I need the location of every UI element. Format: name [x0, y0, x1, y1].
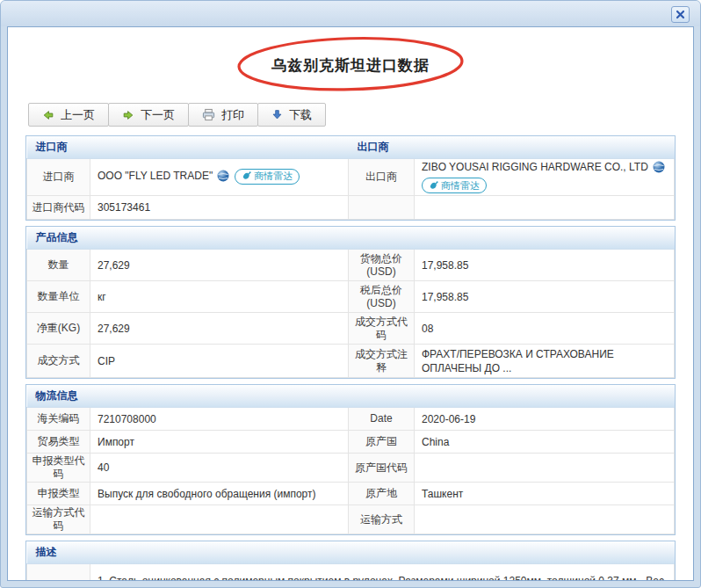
value-transport-code: [90, 505, 349, 534]
table-row: 数量单位 кг 税后总价(USD) 17,958.85: [27, 281, 675, 313]
label-origin-country-code: 原产国代码: [349, 454, 415, 483]
value-incoterm-code: 08: [415, 313, 675, 345]
printer-icon: [202, 108, 215, 121]
prev-arrow-icon: [42, 109, 54, 121]
label-declaration-type: 申报类型: [27, 483, 90, 505]
label-empty: [349, 196, 415, 220]
page-title: 乌兹别克斯坦进口数据: [271, 55, 430, 76]
label-incoterm-code: 成交方式代码: [349, 313, 415, 345]
table-row: 进口商 OOO "FLY LED TRADE"商情雷达 出口商 ZIBO YOU…: [27, 159, 675, 196]
toolbar: 上一页 下一页 打印 下载: [28, 103, 693, 127]
value-declaration-code: 40: [90, 454, 349, 483]
label-product-description: 产品描述: [27, 564, 90, 581]
label-importer-code: 进口商代码: [27, 196, 90, 220]
value-quantity: 27,629: [90, 250, 349, 281]
value-date: 2020-06-19: [415, 408, 675, 431]
business-radar-badge[interactable]: 商情雷达: [235, 169, 300, 185]
table-row: 申报类型代码 40 原产国代码: [27, 454, 675, 483]
label-quantity-unit: 数量单位: [27, 281, 90, 313]
satellite-dish-icon: [242, 171, 251, 181]
business-radar-label: 商情雷达: [254, 170, 293, 183]
prev-page-button[interactable]: 上一页: [28, 103, 109, 127]
section-header-exporter: 出口商: [349, 136, 675, 159]
value-quantity-unit: кг: [90, 281, 349, 313]
value-importer-name-cell: OOO "FLY LED TRADE"商情雷达: [90, 159, 349, 196]
print-button[interactable]: 打印: [188, 103, 258, 127]
label-after-tax-usd: 税后总价(USD): [349, 281, 415, 313]
satellite-dish-icon: [429, 181, 438, 191]
value-incoterm: CIP: [90, 345, 349, 378]
close-button[interactable]: [671, 6, 690, 23]
section-header-description: 描述: [27, 541, 675, 564]
section-header-importer: 进口商: [27, 136, 349, 159]
value-importer-code: 305173461: [90, 196, 349, 220]
globe-icon[interactable]: [653, 161, 665, 177]
label-total-value-usd: 货物总价(USD): [349, 250, 415, 281]
value-origin-country: China: [415, 431, 675, 454]
label-importer: 进口商: [27, 159, 90, 196]
label-exporter: 出口商: [349, 159, 415, 196]
label-origin-place: 原产地: [349, 483, 415, 505]
dialog-window: 乌兹别克斯坦进口数据 上一页 下一页 打印: [0, 0, 701, 588]
download-label: 下载: [289, 107, 312, 123]
prev-page-label: 上一页: [61, 107, 95, 123]
value-transport: [415, 505, 675, 534]
title-area: 乌兹别克斯坦进口数据: [8, 27, 693, 103]
label-date: Date: [349, 408, 415, 431]
section-description: 描述 产品描述 1. Сталь оцинкованная с полимерн…: [25, 541, 676, 581]
next-page-button[interactable]: 下一页: [108, 103, 189, 127]
label-hs-code: 海关编码: [27, 408, 90, 431]
section-logistics-info: 物流信息 海关编码 7210708000 Date 2020-06-19 贸易类…: [25, 384, 676, 535]
table-row: 申报类型 Выпуск для свободного обращения (им…: [27, 483, 675, 505]
label-quantity: 数量: [27, 250, 90, 281]
table-row: 产品描述 1. Сталь оцинкованная с полимерным …: [27, 564, 675, 581]
importer-name: OOO "FLY LED TRADE": [98, 170, 213, 182]
next-page-label: 下一页: [141, 107, 175, 123]
table-row: 贸易类型 Импорт 原产国 China: [27, 431, 675, 454]
value-trade-type: Импорт: [90, 431, 349, 454]
label-transport: 运输方式: [349, 505, 415, 534]
value-declaration-type: Выпуск для свободного обращения (импорт): [90, 483, 349, 505]
download-button[interactable]: 下载: [257, 103, 326, 127]
section-product-info: 产品信息 数量 27,629 货物总价(USD) 17,958.85 数量单位 …: [25, 226, 676, 379]
print-label: 打印: [221, 107, 244, 123]
section-parties: 进口商 出口商 进口商 OOO "FLY LED TRADE"商情雷达 出口商 …: [25, 135, 676, 221]
value-exporter-name-cell: ZIBO YOUSAI RIGGING HARDWARE CO., LTD 商情…: [415, 159, 675, 196]
exporter-name: ZIBO YOUSAI RIGGING HARDWARE CO., LTD: [422, 161, 648, 173]
table-row: 成交方式 CIP 成交方式注释 ФРАХТ/ПЕРЕВОЗКА И СТРАХО…: [27, 345, 675, 378]
download-arrow-icon: [271, 109, 283, 120]
value-after-tax-usd: 17,958.85: [415, 281, 675, 313]
next-arrow-icon: [122, 109, 134, 121]
section-header-product: 产品信息: [27, 227, 675, 250]
value-hs-code: 7210708000: [90, 408, 349, 431]
label-incoterm: 成交方式: [27, 345, 90, 378]
globe-icon[interactable]: [217, 170, 229, 185]
label-net-weight: 净重(KG): [27, 313, 90, 345]
value-total-value-usd: 17,958.85: [415, 250, 675, 281]
dialog-content: 乌兹别克斯坦进口数据 上一页 下一页 打印: [7, 26, 694, 581]
label-transport-code: 运输方式代码: [27, 505, 90, 534]
label-origin-country: 原产国: [349, 431, 415, 454]
value-origin-country-code: [415, 454, 675, 483]
table-row: 净重(KG) 27,629 成交方式代码 08: [27, 313, 675, 345]
dialog-titlebar: [1, 1, 700, 26]
close-icon: [676, 10, 685, 19]
section-header-logistics: 物流信息: [27, 385, 675, 408]
table-row: 运输方式代码 运输方式: [27, 505, 675, 534]
label-declaration-code: 申报类型代码: [27, 454, 90, 483]
label-incoterm-note: 成交方式注释: [349, 345, 415, 378]
business-radar-badge[interactable]: 商情雷达: [422, 178, 487, 193]
table-row: 进口商代码 305173461: [27, 196, 675, 220]
value-empty: [415, 196, 675, 220]
value-product-description: 1. Сталь оцинкованная с полимерным покры…: [90, 564, 675, 581]
value-incoterm-note: ФРАХТ/ПЕРЕВОЗКА И СТРАХОВАНИЕ ОПЛАЧЕНЫ Д…: [415, 345, 675, 378]
value-origin-place: Ташкент: [415, 483, 675, 505]
table-row: 数量 27,629 货物总价(USD) 17,958.85: [27, 250, 675, 281]
label-trade-type: 贸易类型: [27, 431, 90, 454]
business-radar-label: 商情雷达: [441, 179, 480, 192]
table-row: 海关编码 7210708000 Date 2020-06-19: [27, 408, 675, 431]
value-net-weight: 27,629: [90, 313, 349, 345]
